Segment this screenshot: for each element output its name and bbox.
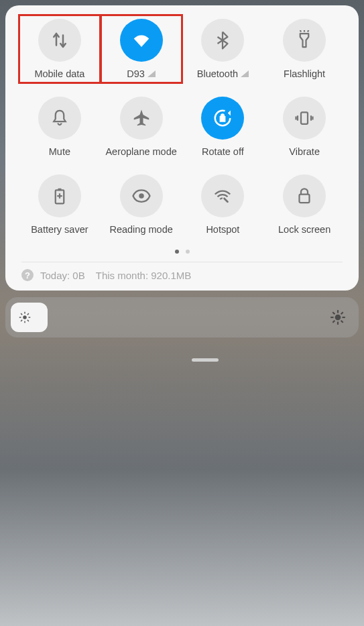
eye-icon xyxy=(120,174,163,217)
hotspot-tile[interactable]: Hotspot xyxy=(185,174,261,235)
rotate-off-label: Rotate off xyxy=(202,146,244,157)
mobile-data-label: Mobile data xyxy=(34,68,84,79)
hotspot-icon xyxy=(201,174,244,217)
flashlight-icon xyxy=(283,19,326,62)
svg-line-13 xyxy=(21,320,22,321)
mobile-data-tile[interactable]: Mobile data xyxy=(21,17,98,81)
svg-line-21 xyxy=(341,321,343,323)
airplane-icon xyxy=(120,97,163,140)
wifi-tile[interactable]: D93 xyxy=(103,17,180,81)
aeroplane-mode-label: Aeroplane mode xyxy=(105,146,176,157)
brightness-low-icon xyxy=(17,310,32,325)
battery-saver-tile[interactable]: Battery saver xyxy=(21,174,98,235)
mobile-data-icon xyxy=(38,19,81,62)
svg-line-11 xyxy=(21,313,22,315)
wifi-label: D93 xyxy=(127,68,156,79)
bell-icon xyxy=(38,97,81,140)
brightness-slider[interactable] xyxy=(5,297,359,337)
help-icon: ? xyxy=(21,269,34,281)
reading-mode-tile[interactable]: Reading mode xyxy=(103,174,180,235)
svg-line-22 xyxy=(332,321,335,323)
page-dot-active xyxy=(175,250,179,254)
svg-rect-1 xyxy=(301,112,308,124)
drawer-handle[interactable] xyxy=(192,358,219,362)
lock-screen-tile[interactable]: Lock screen xyxy=(266,174,343,235)
quick-settings-panel: Mobile data D93 Bluetooth Flas xyxy=(5,5,359,291)
tiles-grid: Mobile data D93 Bluetooth Flas xyxy=(21,19,343,235)
lock-icon xyxy=(283,174,326,217)
flashlight-label: Flashlight xyxy=(284,68,325,79)
aeroplane-mode-tile[interactable]: Aeroplane mode xyxy=(103,97,180,157)
rotate-lock-icon xyxy=(201,97,244,140)
svg-line-14 xyxy=(27,313,29,315)
svg-rect-3 xyxy=(58,189,61,191)
svg-point-15 xyxy=(335,315,341,321)
svg-line-12 xyxy=(27,320,29,321)
svg-line-20 xyxy=(332,312,335,314)
rotate-off-tile[interactable]: Rotate off xyxy=(185,97,261,157)
data-usage-row[interactable]: ? Today: 0B This month: 920.1MB xyxy=(21,269,343,281)
flashlight-tile[interactable]: Flashlight xyxy=(266,19,343,79)
svg-line-23 xyxy=(341,312,343,314)
divider xyxy=(21,262,343,262)
bluetooth-label: Bluetooth xyxy=(197,68,249,79)
page-dot xyxy=(186,250,190,254)
battery-saver-label: Battery saver xyxy=(31,224,88,235)
data-usage-month: This month: 920.1MB xyxy=(96,270,192,281)
vibrate-tile[interactable]: Vibrate xyxy=(266,97,343,157)
signal-icon xyxy=(241,70,249,77)
hotspot-label: Hotspot xyxy=(206,224,239,235)
bluetooth-icon xyxy=(201,19,244,62)
svg-rect-5 xyxy=(300,195,310,203)
bluetooth-tile[interactable]: Bluetooth xyxy=(185,19,261,79)
brightness-high-icon xyxy=(329,309,347,326)
mute-tile[interactable]: Mute xyxy=(21,97,98,157)
mute-label: Mute xyxy=(49,146,70,157)
vibrate-label: Vibrate xyxy=(289,146,320,157)
svg-point-6 xyxy=(23,315,27,319)
vibrate-icon xyxy=(283,97,326,140)
wifi-icon xyxy=(120,19,163,62)
svg-point-4 xyxy=(139,193,144,199)
signal-icon xyxy=(147,70,156,77)
reading-mode-label: Reading mode xyxy=(109,224,172,235)
lock-screen-label: Lock screen xyxy=(278,224,330,235)
battery-saver-icon xyxy=(38,174,81,217)
page-indicator xyxy=(21,250,343,254)
data-usage-today: Today: 0B xyxy=(40,270,85,281)
